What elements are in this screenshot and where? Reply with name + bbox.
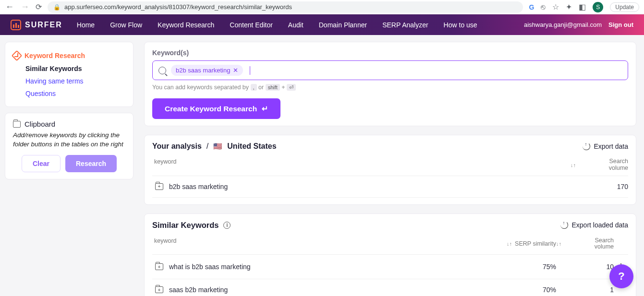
- address-bar[interactable]: 🔒 app.surferseo.com/keyword_analysis/810…: [48, 1, 523, 13]
- nav-domain-planner[interactable]: Domain Planner: [319, 21, 367, 29]
- analysis-card: Your analysis / 🇺🇸 United States Export …: [144, 135, 636, 205]
- col-search-volume[interactable]: Searchvolume: [564, 237, 614, 251]
- similar-keywords-card: Similar Keywords i Export loaded data ke…: [144, 213, 636, 296]
- user-email: aishwarya.ganji@gmail.com: [524, 21, 602, 28]
- sidenav-keyword-research[interactable]: Keyword Research: [13, 49, 125, 62]
- similar-table-header: keyword ↓↑ SERP similarity ↓↑ Searchvolu…: [152, 234, 628, 255]
- enter-icon: [262, 104, 268, 113]
- brand-logo[interactable]: SURFER: [11, 20, 62, 30]
- logo-icon: [11, 20, 21, 30]
- profile-avatar[interactable]: S: [593, 2, 603, 12]
- similar-row: + saas b2b marketing 70% 1: [152, 279, 628, 296]
- export-data-link[interactable]: Export data: [583, 142, 628, 150]
- export-icon: [583, 142, 590, 150]
- clipboard-title: Clipboard: [24, 120, 55, 128]
- folder-icon: [13, 121, 21, 128]
- row-keyword: saas b2b marketing: [169, 286, 228, 294]
- row-serp: 70%: [484, 286, 556, 294]
- help-fab[interactable]: ?: [609, 264, 633, 288]
- col-keyword: keyword: [152, 237, 484, 251]
- add-to-clipboard-icon[interactable]: +: [155, 286, 163, 293]
- row-keyword: b2b saas marketing: [169, 183, 228, 190]
- nav-serp-analyzer[interactable]: SERP Analyzer: [382, 21, 428, 29]
- bookmark-icon[interactable]: ☆: [552, 2, 559, 12]
- sort-icon[interactable]: ↓↑: [571, 162, 576, 168]
- similar-title: Similar Keywords i: [152, 221, 231, 230]
- lock-icon: 🔒: [53, 4, 61, 11]
- row-keyword: what is b2b saas marketing: [169, 263, 251, 271]
- add-to-clipboard-icon[interactable]: +: [155, 263, 163, 270]
- col-search-volume[interactable]: Searchvolume: [579, 158, 628, 172]
- browser-toolbar: ← → ⟳ 🔒 app.surferseo.com/keyword_analys…: [0, 0, 644, 14]
- similar-row: + what is b2b saas marketing 75% 10 ⋮: [152, 255, 628, 279]
- nav-audit[interactable]: Audit: [288, 21, 304, 29]
- export-icon: [560, 221, 568, 229]
- clipboard-desc: Add/remove keywords by clicking the fold…: [13, 131, 125, 149]
- nav-home[interactable]: Home: [77, 21, 95, 29]
- search-icon: [158, 67, 166, 74]
- export-loaded-link[interactable]: Export loaded data: [560, 221, 628, 229]
- update-button[interactable]: Update: [610, 2, 639, 12]
- google-icon[interactable]: G: [529, 3, 534, 11]
- row-volume: 10: [556, 263, 614, 271]
- analysis-row: + b2b saas marketing 170: [152, 176, 628, 198]
- app-topbar: SURFER Home Grow Flow Keyword Research C…: [0, 14, 644, 35]
- back-button[interactable]: ←: [5, 2, 14, 12]
- clear-button[interactable]: Clear: [22, 155, 61, 172]
- research-button[interactable]: Research: [65, 155, 117, 172]
- row-volume: 170: [571, 183, 628, 190]
- diamond-icon: [12, 50, 23, 61]
- nav-grow-flow[interactable]: Grow Flow: [110, 21, 142, 29]
- analysis-table-header: keyword ↓↑ Searchvolume: [152, 154, 628, 176]
- add-to-clipboard-icon[interactable]: +: [155, 183, 163, 190]
- keyword-input-card: Keyword(s) b2b saas marketing ✕ You can …: [144, 42, 636, 126]
- forward-button[interactable]: →: [20, 2, 30, 12]
- sidenav-same-terms[interactable]: Having same terms: [13, 75, 125, 87]
- signout-link[interactable]: Sign out: [608, 21, 633, 28]
- side-nav-card: Keyword Research Similar Keywords Having…: [5, 42, 134, 107]
- share-icon[interactable]: ⎋: [541, 3, 546, 12]
- cursor: [250, 66, 250, 75]
- info-icon[interactable]: i: [223, 222, 231, 229]
- sidenav-similar-keywords[interactable]: Similar Keywords: [13, 62, 125, 75]
- sort-icon[interactable]: ↓↑: [507, 241, 512, 247]
- url-text: app.surferseo.com/keyword_analysis/81030…: [64, 3, 292, 11]
- keyword-input[interactable]: b2b saas marketing ✕: [152, 60, 628, 80]
- extensions-icon[interactable]: ✦: [566, 2, 572, 12]
- nav-keyword-research[interactable]: Keyword Research: [158, 21, 214, 29]
- sort-icon[interactable]: ↓↑: [556, 241, 561, 247]
- keywords-label: Keyword(s): [152, 49, 628, 57]
- clipboard-card: Clipboard Add/remove keywords by clickin…: [5, 113, 134, 179]
- panel-icon[interactable]: ◧: [579, 2, 586, 12]
- nav-content-editor[interactable]: Content Editor: [230, 21, 273, 29]
- reload-button[interactable]: ⟳: [36, 2, 42, 12]
- us-flag-icon: 🇺🇸: [213, 142, 222, 151]
- input-hint: You can add keywords separated by , or s…: [152, 84, 628, 91]
- row-serp: 75%: [484, 263, 556, 271]
- chip-remove-icon[interactable]: ✕: [233, 67, 238, 74]
- analysis-title: Your analysis / 🇺🇸 United States: [152, 142, 277, 151]
- create-research-button[interactable]: Create Keyword Research: [152, 98, 280, 119]
- nav-how-to-use[interactable]: How to use: [444, 21, 477, 29]
- sidenav-questions[interactable]: Questions: [13, 87, 125, 100]
- col-keyword: keyword: [152, 158, 571, 172]
- main-nav: Home Grow Flow Keyword Research Content …: [77, 21, 477, 29]
- row-volume: 1: [556, 286, 614, 294]
- brand-text: SURFER: [25, 21, 62, 29]
- keyword-chip: b2b saas marketing ✕: [171, 65, 243, 76]
- col-serp[interactable]: ↓↑ SERP similarity: [484, 237, 556, 251]
